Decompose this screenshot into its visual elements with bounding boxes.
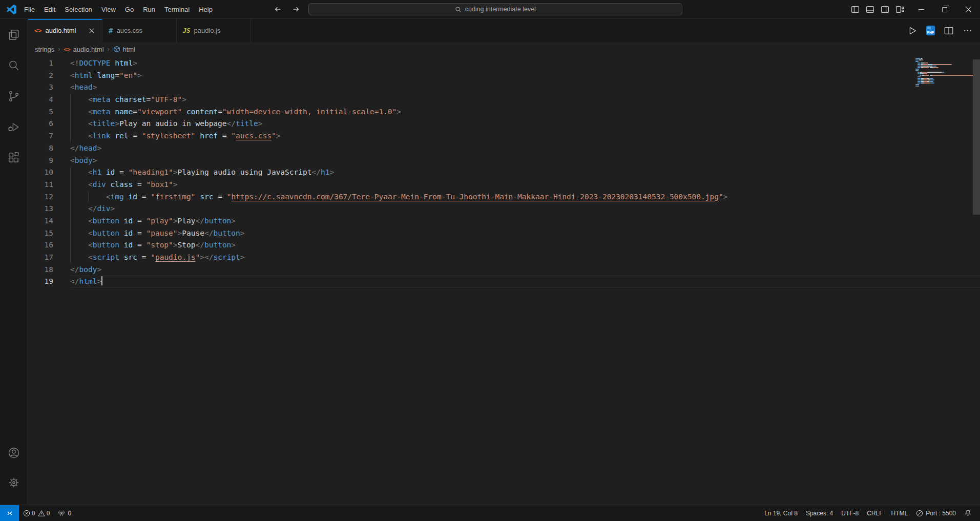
accounts-icon[interactable] <box>2 440 26 466</box>
code-line-17[interactable]: <script src = "paudio.js"></script> <box>70 252 980 264</box>
line-number: 10 <box>28 166 53 179</box>
chevron-right-icon: › <box>58 46 60 53</box>
line-number: 15 <box>28 227 53 240</box>
code-content[interactable]: <!DOCTYPE html><html lang="en"><head> <m… <box>70 56 980 505</box>
error-icon <box>23 510 30 517</box>
cursor-position[interactable]: Ln 19, Col 8 <box>760 510 802 517</box>
indent-guide <box>70 130 71 142</box>
explorer-icon[interactable] <box>2 22 26 48</box>
radio-tower-icon <box>58 510 65 517</box>
settings-gear-icon[interactable] <box>2 470 26 495</box>
problems-indicator[interactable]: 0 0 <box>19 505 54 521</box>
tab-paudio-js[interactable]: JS paudio.js <box>177 19 251 42</box>
indent-guide <box>70 179 71 191</box>
menu-file[interactable]: File <box>19 3 39 16</box>
indent-guide <box>88 191 89 203</box>
language-mode[interactable]: HTML <box>887 510 912 517</box>
notifications-bell-icon[interactable] <box>960 509 976 517</box>
indent-guide <box>70 94 71 106</box>
code-line-13[interactable]: </div> <box>70 203 980 215</box>
forward-arrow-icon[interactable] <box>292 5 300 13</box>
tab-aucs-css[interactable]: # aucs.css <box>102 19 177 42</box>
code-line-14[interactable]: <button id = "play">Play</button> <box>70 215 980 227</box>
line-number: 13 <box>28 203 53 215</box>
back-arrow-icon[interactable] <box>274 5 282 13</box>
menu-help[interactable]: Help <box>194 3 217 16</box>
customize-layout-icon[interactable] <box>895 5 904 14</box>
indent-guide <box>70 239 71 252</box>
code-line-9[interactable]: <body> <box>70 155 980 167</box>
ports-indicator[interactable]: 0 <box>54 505 75 521</box>
minimize-button[interactable] <box>909 0 933 18</box>
code-editor[interactable]: 12345678910111213141516171819 <!DOCTYPE … <box>28 56 980 505</box>
activity-bar <box>0 19 28 505</box>
code-line-8[interactable]: </head> <box>70 142 980 155</box>
toggle-primary-sidebar-icon[interactable] <box>851 5 860 14</box>
line-number: 19 <box>28 276 53 288</box>
toggle-secondary-sidebar-icon[interactable] <box>881 5 889 14</box>
search-text: coding intermediate level <box>465 6 536 13</box>
close-button[interactable] <box>956 0 980 18</box>
code-line-12[interactable]: <img id = "firstimg" src = "https://c.sa… <box>70 191 980 203</box>
more-actions-icon[interactable] <box>963 26 973 36</box>
code-line-10[interactable]: <h1 id = "heading1">Playing audio using … <box>70 166 980 179</box>
close-tab-icon[interactable] <box>87 26 97 36</box>
indent-guide <box>70 252 71 264</box>
code-line-2[interactable]: <html lang="en"> <box>70 70 980 82</box>
menu-view[interactable]: View <box>97 3 120 16</box>
code-line-7[interactable]: <link rel = "stylesheet" href = "aucs.cs… <box>70 130 980 142</box>
eol-setting[interactable]: CRLF <box>863 510 887 517</box>
menu-terminal[interactable]: Terminal <box>160 3 194 16</box>
code-line-4[interactable]: <meta charset="UTF-8"> <box>70 94 980 106</box>
menu-go[interactable]: Go <box>120 3 138 16</box>
line-number: 5 <box>28 106 53 118</box>
restore-button[interactable] <box>933 0 956 18</box>
run-code-icon[interactable] <box>907 25 918 36</box>
line-number: 3 <box>28 81 53 94</box>
scrollbar-thumb[interactable] <box>973 59 980 215</box>
remote-indicator[interactable] <box>0 505 19 521</box>
breadcrumb-file[interactable]: <> audio.html <box>64 46 103 53</box>
toggle-panel-icon[interactable] <box>866 5 874 14</box>
line-number: 9 <box>28 155 53 167</box>
vertical-scrollbar[interactable] <box>973 56 980 505</box>
run-debug-icon[interactable] <box>2 114 26 140</box>
breadcrumb-folder[interactable]: strings <box>35 46 54 53</box>
indent-guide <box>70 215 71 227</box>
breadcrumb-symbol[interactable]: html <box>113 46 136 53</box>
command-center-search[interactable]: coding intermediate level <box>308 3 682 15</box>
warning-icon <box>38 510 45 517</box>
breadcrumb: strings › <> audio.html › html <box>28 42 980 56</box>
code-line-11[interactable]: <div class = "box1"> <box>70 179 980 191</box>
split-editor-icon[interactable] <box>943 25 954 36</box>
indent-guide <box>70 203 71 215</box>
js-file-icon: JS <box>183 27 190 34</box>
code-line-19[interactable]: </html> <box>70 276 980 288</box>
code-line-16[interactable]: <button id = "stop">Stop</button> <box>70 239 980 252</box>
indent-guide <box>70 106 71 118</box>
indentation-setting[interactable]: Spaces: 4 <box>802 510 837 517</box>
menu-edit[interactable]: Edit <box>39 3 60 16</box>
source-control-icon[interactable] <box>2 84 26 109</box>
tab-bar: <> audio.html # aucs.css JS paudio.js <box>28 19 980 42</box>
circle-slash-icon <box>916 510 923 517</box>
live-server-port[interactable]: Port : 5500 <box>912 510 960 517</box>
code-line-5[interactable]: <meta name="viewport" content="width=dev… <box>70 106 980 118</box>
tab-label: aucs.css <box>116 27 142 34</box>
menu-selection[interactable]: Selection <box>60 3 96 16</box>
menu-run[interactable]: Run <box>138 3 160 16</box>
code-line-15[interactable]: <button id = "pause">Pause</button> <box>70 227 980 240</box>
code-line-18[interactable]: </body> <box>70 264 980 276</box>
minimap[interactable] <box>915 58 973 87</box>
line-number: 6 <box>28 118 53 130</box>
code-line-6[interactable]: <title>Play an audio in webpage</title> <box>70 118 980 130</box>
tab-audio-html[interactable]: <> audio.html <box>28 19 102 42</box>
encoding-setting[interactable]: UTF-8 <box>837 510 863 517</box>
extensions-icon[interactable] <box>2 145 26 171</box>
code-line-3[interactable]: <head> <box>70 81 980 94</box>
code-line-1[interactable]: <!DOCTYPE html> <box>70 57 980 70</box>
php-server-icon[interactable]: PHP <box>926 26 935 35</box>
indent-guide <box>70 191 71 203</box>
search-sidebar-icon[interactable] <box>2 53 26 78</box>
vscode-logo-icon <box>7 5 16 14</box>
